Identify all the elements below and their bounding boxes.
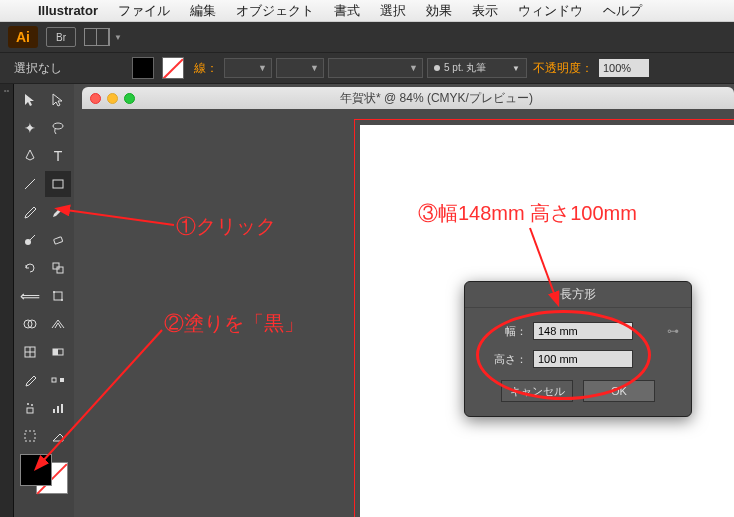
stroke-style-dropdown[interactable]: ▼ [276,58,324,78]
line-tool[interactable] [17,171,43,197]
annotation-1: ①クリック [176,213,276,240]
menu-type[interactable]: 書式 [324,2,370,20]
stroke-weight-dropdown[interactable]: ▼ [224,58,272,78]
rotate-tool[interactable] [17,255,43,281]
mesh-tool[interactable] [17,339,43,365]
fill-color-swatch[interactable] [20,454,52,486]
pencil-tool[interactable] [45,199,71,225]
rectangle-dialog: 長方形 幅： 高さ： ⊶ キャンセル OK [464,281,692,417]
stroke-profile-dropdown[interactable]: ▼ [328,58,423,78]
menu-edit[interactable]: 編集 [180,2,226,20]
svg-rect-24 [61,404,63,413]
blob-brush-tool[interactable] [17,227,43,253]
zoom-window-icon[interactable] [124,93,135,104]
link-dimensions-icon[interactable]: ⊶ [667,324,679,338]
svg-rect-2 [53,180,63,188]
app-top-bar: Ai Br ▼ [0,22,734,52]
artboard-tool[interactable] [17,423,43,449]
eraser-tool[interactable] [45,227,71,253]
type-tool[interactable]: T [45,143,71,169]
svg-rect-6 [57,267,63,273]
workspace-layout-icon[interactable] [84,28,110,46]
window-controls [90,93,135,104]
brush-dot-icon [434,65,440,71]
color-selector[interactable] [20,454,68,494]
pen-tool[interactable] [17,143,43,169]
brush-name: 5 pt. 丸筆 [444,61,486,75]
rectangle-tool[interactable] [45,171,71,197]
svg-point-21 [31,404,33,406]
svg-point-9 [61,299,63,301]
cancel-button[interactable]: キャンセル [501,380,573,402]
shape-builder-tool[interactable] [17,311,43,337]
brush-dropdown[interactable]: 5 pt. 丸筆 ▼ [427,58,527,78]
bridge-icon[interactable]: Br [46,27,76,47]
svg-rect-17 [52,378,56,382]
gradient-tool[interactable] [45,339,71,365]
lasso-tool[interactable] [45,115,71,141]
svg-rect-22 [53,409,55,413]
scale-tool[interactable] [45,255,71,281]
selection-tool[interactable] [17,87,43,113]
svg-rect-4 [54,237,63,244]
svg-rect-23 [57,406,59,413]
svg-point-8 [53,291,55,293]
menu-file[interactable]: ファイル [108,2,180,20]
illustrator-icon: Ai [8,26,38,48]
width-tool[interactable]: ⟸ [17,283,43,309]
document-title: 年賀状* @ 84% (CMYK/プレビュー) [147,90,726,107]
panel-dock-strip: •• [0,84,14,517]
svg-rect-18 [60,378,64,382]
direct-selection-tool[interactable] [45,87,71,113]
selection-status: 選択なし [8,58,68,79]
height-label: 高さ： [479,352,527,367]
ok-button[interactable]: OK [583,380,655,402]
close-window-icon[interactable] [90,93,101,104]
menu-window[interactable]: ウィンドウ [508,2,593,20]
blend-tool[interactable] [45,367,71,393]
opacity-value[interactable]: 100% [599,59,649,77]
dialog-title: 長方形 [465,282,691,308]
annotation-3: ③幅148mm 高さ100mm [418,200,637,227]
stroke-label: 線： [194,60,218,77]
chevron-down-icon[interactable]: ▼ [114,33,122,42]
menu-effect[interactable]: 効果 [416,2,462,20]
svg-point-20 [27,403,29,405]
menu-object[interactable]: オブジェクト [226,2,324,20]
svg-rect-16 [53,349,58,355]
slice-tool[interactable] [45,423,71,449]
symbol-sprayer-tool[interactable] [17,395,43,421]
mac-menu-bar: Illustrator ファイル 編集 オブジェクト 書式 選択 効果 表示 ウ… [0,0,734,22]
stroke-swatch[interactable] [162,57,184,79]
eyedropper-tool[interactable] [17,367,43,393]
svg-line-1 [25,179,35,189]
svg-rect-19 [27,408,33,413]
tools-panel: ✦ T ⟸ [14,84,74,517]
menu-help[interactable]: ヘルプ [593,2,652,20]
column-graph-tool[interactable] [45,395,71,421]
control-bar: 選択なし 線： ▼ ▼ ▼ 5 pt. 丸筆 ▼ 不透明度： 100% [0,52,734,84]
minimize-window-icon[interactable] [107,93,118,104]
perspective-grid-tool[interactable] [45,311,71,337]
menu-view[interactable]: 表示 [462,2,508,20]
opacity-label: 不透明度： [533,60,593,77]
free-transform-tool[interactable] [45,283,71,309]
height-input[interactable] [533,350,633,368]
app-name[interactable]: Illustrator [28,3,108,18]
svg-rect-25 [25,431,35,441]
fill-swatch[interactable] [132,57,154,79]
svg-rect-7 [54,292,62,300]
paintbrush-tool[interactable] [17,199,43,225]
magic-wand-tool[interactable]: ✦ [17,115,43,141]
width-input[interactable] [533,322,633,340]
svg-rect-5 [53,263,59,269]
annotation-2: ②塗りを「黒」 [164,310,304,337]
width-label: 幅： [479,324,527,339]
menu-select[interactable]: 選択 [370,2,416,20]
document-titlebar[interactable]: 年賀状* @ 84% (CMYK/プレビュー) [82,87,734,109]
svg-point-0 [53,123,63,129]
